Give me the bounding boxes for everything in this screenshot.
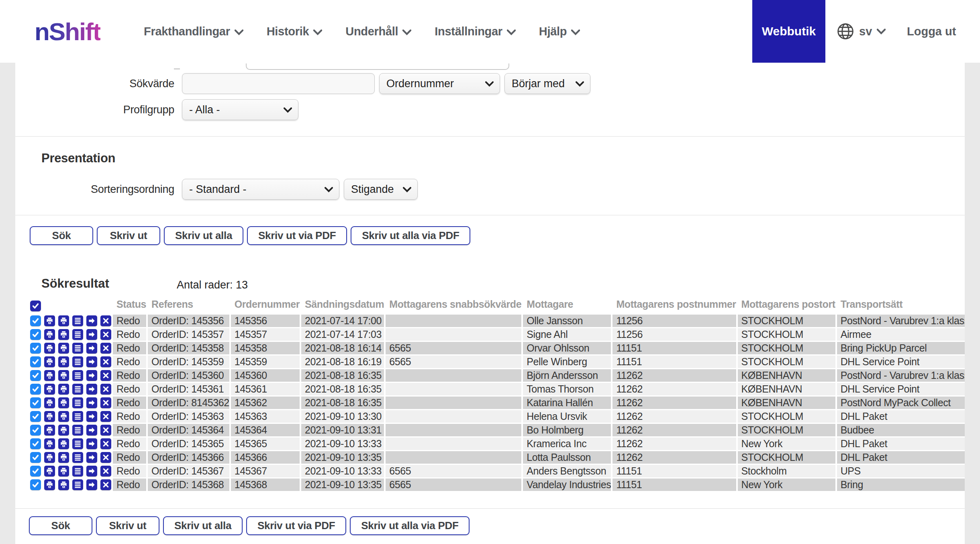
row-checkbox[interactable] [30,479,41,490]
forward-button[interactable] [86,343,97,354]
print-button[interactable] [44,343,55,354]
search-field-select[interactable]: Ordernummer [379,73,500,94]
print-copy-button[interactable] [58,452,69,463]
details-list-button[interactable] [72,479,83,490]
print-button[interactable] [44,438,55,449]
row-checkbox[interactable] [30,466,41,477]
logout-button[interactable]: Logga ut [907,0,956,63]
row-checkbox[interactable] [30,425,41,436]
delete-button[interactable] [100,343,111,354]
details-list-button[interactable] [72,397,83,408]
print-button[interactable] [44,425,55,436]
match-mode-select-control[interactable]: Börjar med [504,73,590,94]
print-copy-button[interactable] [58,384,69,395]
details-list-button[interactable] [72,356,83,367]
sokvarde-input[interactable] [182,73,375,94]
print-button[interactable] [44,356,55,367]
print-copy-button[interactable] [58,438,69,449]
forward-button[interactable] [86,329,97,340]
print-copy-button[interactable] [58,466,69,477]
delete-button[interactable] [100,452,111,463]
delete-button[interactable] [100,315,111,326]
print-button[interactable] [44,452,55,463]
details-list-button[interactable] [72,425,83,436]
delete-button[interactable] [100,466,111,477]
menu-underhall[interactable]: Underhåll [345,25,411,38]
delete-button[interactable] [100,397,111,408]
print-copy-button[interactable] [58,315,69,326]
print-button[interactable] [44,315,55,326]
print-button[interactable] [44,384,55,395]
delete-button[interactable] [100,438,111,449]
row-checkbox[interactable] [30,397,41,408]
menu-frakthandlingar[interactable]: Frakthandlingar [144,25,243,38]
select-all-checkbox[interactable] [30,301,41,311]
print-copy-button[interactable] [58,343,69,354]
language-selector[interactable]: sv [837,0,886,63]
delete-button[interactable] [100,384,111,395]
forward-button[interactable] [86,384,97,395]
search-field-select-control[interactable]: Ordernummer [379,73,500,94]
sort-direction-select-control[interactable]: Stigande [344,179,418,200]
match-mode-select[interactable]: Börjar med [504,73,590,94]
print-copy-button[interactable] [58,479,69,490]
skriv-ut-via-pdf-button[interactable]: Skriv ut via PDF [247,226,347,245]
delete-button[interactable] [100,356,111,367]
print-button[interactable] [44,329,55,340]
details-list-button[interactable] [72,452,83,463]
profilgrupp-select[interactable]: - Alla - [182,99,298,120]
print-button[interactable] [44,397,55,408]
row-checkbox[interactable] [30,452,41,463]
print-copy-button[interactable] [58,425,69,436]
row-checkbox[interactable] [30,370,41,381]
print-button[interactable] [44,466,55,477]
menu-installningar[interactable]: Inställningar [435,25,516,38]
details-list-button[interactable] [72,370,83,381]
sort-direction-select[interactable]: Stigande [344,179,418,200]
print-button[interactable] [44,370,55,381]
menu-historik[interactable]: Historik [267,25,323,38]
row-checkbox[interactable] [30,438,41,449]
print-copy-button[interactable] [58,411,69,422]
print-copy-button[interactable] [58,397,69,408]
skriv-ut-alla-button-bottom[interactable]: Skriv ut alla [163,516,243,535]
print-button[interactable] [44,411,55,422]
menu-hjalp[interactable]: Hjälp [539,25,580,38]
row-checkbox[interactable] [30,315,41,326]
row-checkbox[interactable] [30,343,41,354]
skriv-ut-button-bottom[interactable]: Skriv ut [96,516,159,535]
profilgrupp-select-control[interactable]: - Alla - [182,99,298,120]
details-list-button[interactable] [72,315,83,326]
forward-button[interactable] [86,356,97,367]
delete-button[interactable] [100,329,111,340]
sok-button-bottom[interactable]: Sök [29,516,92,535]
forward-button[interactable] [86,370,97,381]
forward-button[interactable] [86,452,97,463]
delete-button[interactable] [100,370,111,381]
skriv-ut-alla-via-pdf-button-bottom[interactable]: Skriv ut alla via PDF [350,516,470,535]
print-copy-button[interactable] [58,370,69,381]
forward-button[interactable] [86,438,97,449]
sok-button[interactable]: Sök [30,226,93,245]
skriv-ut-alla-button[interactable]: Skriv ut alla [164,226,243,245]
delete-button[interactable] [100,479,111,490]
details-list-button[interactable] [72,343,83,354]
row-checkbox[interactable] [30,356,41,367]
row-checkbox[interactable] [30,411,41,422]
row-checkbox[interactable] [30,329,41,340]
webbutik-button[interactable]: Webbutik [752,0,825,63]
forward-button[interactable] [86,479,97,490]
row-checkbox[interactable] [30,384,41,395]
sort-order-select[interactable]: - Standard - [182,179,339,200]
delete-button[interactable] [100,411,111,422]
forward-button[interactable] [86,315,97,326]
details-list-button[interactable] [72,466,83,477]
skriv-ut-via-pdf-button-bottom[interactable]: Skriv ut via PDF [246,516,346,535]
nshift-logo[interactable]: nShift [35,17,100,46]
print-button[interactable] [44,479,55,490]
details-list-button[interactable] [72,384,83,395]
details-list-button[interactable] [72,411,83,422]
details-list-button[interactable] [72,329,83,340]
skriv-ut-alla-via-pdf-button[interactable]: Skriv ut alla via PDF [351,226,470,245]
print-copy-button[interactable] [58,356,69,367]
